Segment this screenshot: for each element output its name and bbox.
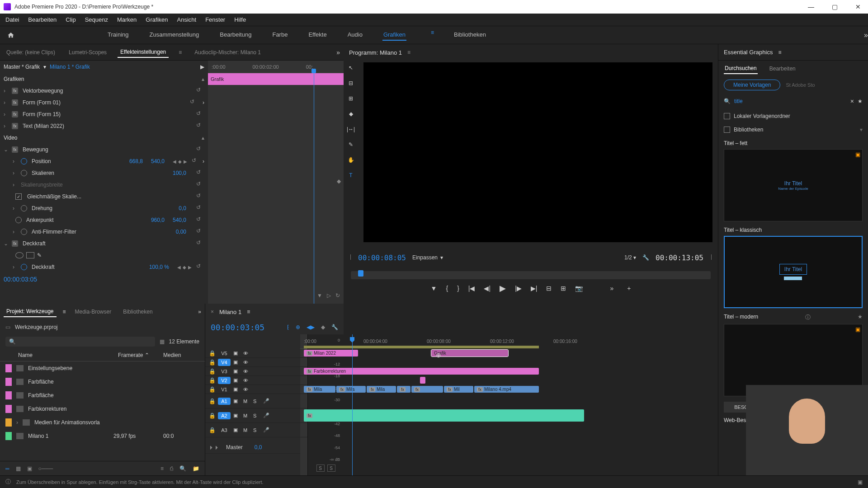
timeline-ruler[interactable]: :00:00 00:00:04:00 00:00:08:00 00:00:12:… (300, 334, 307, 349)
eg-tab-durchsuchen[interactable]: Durchsuchen (724, 63, 758, 74)
clip-small-v1[interactable]: fx (397, 386, 410, 393)
settings-icon[interactable]: ◆ (321, 324, 325, 330)
workspace-zusammenstellung[interactable]: Zusammenstellung (148, 29, 200, 41)
ec-position-x[interactable]: 668,8 (129, 158, 143, 164)
transport-overflow-icon[interactable]: » (610, 285, 613, 292)
menu-fenster[interactable]: Fenster (205, 16, 225, 23)
bin-icon[interactable]: ▭ (5, 324, 10, 330)
project-item[interactable]: Farbfläche (0, 375, 205, 389)
timeline-timecode[interactable]: 00:00:03:05 (211, 323, 264, 332)
track-lane-v1[interactable]: fxMila fxMila fxMila fx fx fxMil fxMilan… (300, 385, 307, 394)
home-icon[interactable] (5, 30, 16, 41)
clip-milan-2022[interactable]: fxMilan 2022 (304, 350, 358, 357)
view-toggle-icon[interactable]: ▦ (160, 338, 165, 345)
sync-lock-icon[interactable]: ▣ (233, 368, 241, 374)
extract-icon[interactable]: ⊞ (561, 285, 566, 292)
horizontal-center-icon[interactable]: ⊞ (346, 94, 355, 103)
collapse-icon[interactable]: ▴ (202, 135, 204, 141)
go-to-out-icon[interactable]: ▶| (531, 285, 538, 292)
template-thumb-fett[interactable]: ▣ Ihr Titel Name der Episode (724, 149, 863, 221)
clip-mil[interactable]: fxMil (444, 386, 473, 393)
ec-drehung-val[interactable]: 0,0 (179, 205, 186, 211)
menu-bearbeiten[interactable]: Bearbeiten (28, 16, 57, 23)
export-frame-icon[interactable]: 📷 (575, 285, 583, 292)
clip-grafik[interactable]: Grafik (431, 350, 508, 357)
program-scrubber[interactable] (351, 271, 711, 279)
workspace-farbe[interactable]: Farbe (271, 29, 288, 41)
maximize-button[interactable]: ▢ (828, 2, 841, 12)
lock-icon[interactable]: 🔒 (209, 413, 215, 419)
mask-rect-icon[interactable] (26, 252, 34, 258)
tab-media-browser[interactable]: Media-Browser (72, 307, 114, 317)
track-a2[interactable]: A2 (218, 412, 231, 419)
stopwatch-icon[interactable] (21, 158, 27, 164)
vertical-center-icon[interactable]: ⊟ (346, 79, 355, 88)
prev-keyframe-icon[interactable]: ◀ (177, 265, 181, 270)
mark-in-icon[interactable]: ⏐ (349, 254, 352, 261)
eg-search-input[interactable] (734, 98, 847, 104)
master-expand-icon[interactable]: ⏵⏵ (209, 444, 220, 450)
project-item[interactable]: Farbfläche (0, 389, 205, 402)
reset-icon[interactable] (190, 99, 198, 107)
program-timecode-left[interactable]: 00:00:08:05 (358, 253, 406, 262)
workspace-bibliotheken[interactable]: Bibliotheken (453, 29, 487, 41)
fx-toggle[interactable]: fx (12, 88, 18, 94)
star-icon[interactable]: ★ (858, 314, 863, 321)
clip-audio[interactable]: fx (304, 409, 584, 422)
reset-icon[interactable] (196, 204, 204, 212)
add-marker-icon[interactable]: ▼ (431, 285, 437, 292)
fx-toggle[interactable]: fx (12, 111, 18, 117)
expand-icon[interactable]: › (16, 419, 18, 426)
expand-icon[interactable]: › (4, 123, 9, 129)
expand-icon[interactable]: › (4, 88, 9, 94)
wrench-icon[interactable]: 🔧 (331, 324, 338, 330)
sync-lock-icon[interactable]: ▣ (233, 350, 241, 356)
keyframe-diamond-icon[interactable]: ◆ (337, 178, 341, 184)
timeline-menu-icon[interactable]: ≡ (247, 309, 250, 315)
snap-icon[interactable]: ⁅ (287, 324, 289, 330)
reset-icon[interactable] (196, 228, 204, 236)
menu-datei[interactable]: Datei (5, 16, 19, 23)
track-a3[interactable]: A3 (218, 427, 231, 434)
ec-form01[interactable]: Form (Form 01) (23, 99, 185, 106)
project-item[interactable]: Farbkorrekturen (0, 402, 205, 416)
fx-toggle[interactable]: fx (12, 123, 18, 129)
menu-clip[interactable]: Clip (66, 16, 75, 23)
ec-form15[interactable]: Form (Form 15) (23, 111, 192, 117)
stopwatch-icon[interactable] (15, 217, 22, 223)
ec-position-y[interactable]: 540,0 (151, 158, 165, 164)
sync-lock-icon[interactable]: ▣ (233, 377, 241, 383)
menu-ansicht[interactable]: Ansicht (177, 16, 196, 23)
tab-effekte-menu-icon[interactable]: ≡ (177, 49, 184, 56)
selection-tool-icon[interactable]: ↖ (346, 63, 355, 72)
ec-vektorbewegung[interactable]: Vektorbewegung (23, 88, 192, 94)
ec-deckkraft[interactable]: Deckkraft (23, 240, 192, 247)
mute-button[interactable]: M (243, 413, 250, 418)
solo-button[interactable]: S (253, 413, 260, 418)
clip-milano4[interactable]: fxMilano 4.mp4 (474, 386, 539, 393)
clear-search-icon[interactable]: × (850, 98, 854, 105)
hand-tool-icon[interactable]: ✋ (346, 155, 355, 164)
ec-deckkraft-val[interactable]: 100,0 % (149, 264, 169, 270)
expand-icon[interactable]: ⌄ (4, 240, 9, 247)
track-lane-v3[interactable]: fxFarbkorrekturen (300, 367, 307, 376)
lock-icon[interactable]: 🔒 (209, 368, 215, 375)
track-lane-a3[interactable] (300, 423, 307, 437)
voiceover-icon[interactable]: 🎤 (263, 413, 270, 418)
mark-out-icon[interactable]: ⏐ (710, 254, 712, 261)
tab-quelle[interactable]: Quelle: (keine Clips) (4, 47, 58, 57)
adobe-stock-link[interactable]: St Adobe Sto (786, 82, 815, 88)
reset-icon[interactable] (196, 145, 204, 154)
lock-icon[interactable]: 🔒 (209, 427, 215, 433)
snap-tool-icon[interactable]: |↔| (346, 125, 355, 134)
fx-toggle[interactable]: fx (12, 240, 18, 247)
play-icon[interactable]: ▶ (500, 283, 506, 293)
project-item[interactable]: ›Medien für Animationsvorla (0, 416, 205, 429)
track-v5[interactable]: V5 (218, 350, 231, 357)
keyframe-nav-icon[interactable]: › (203, 158, 204, 164)
clip-mila-2[interactable]: fxMila (336, 386, 366, 393)
expand-icon[interactable]: › (13, 205, 18, 211)
source-tabs-overflow-icon[interactable]: » (336, 49, 340, 56)
loop-icon[interactable]: ↻ (335, 292, 340, 299)
mute-button[interactable]: M (243, 399, 250, 404)
